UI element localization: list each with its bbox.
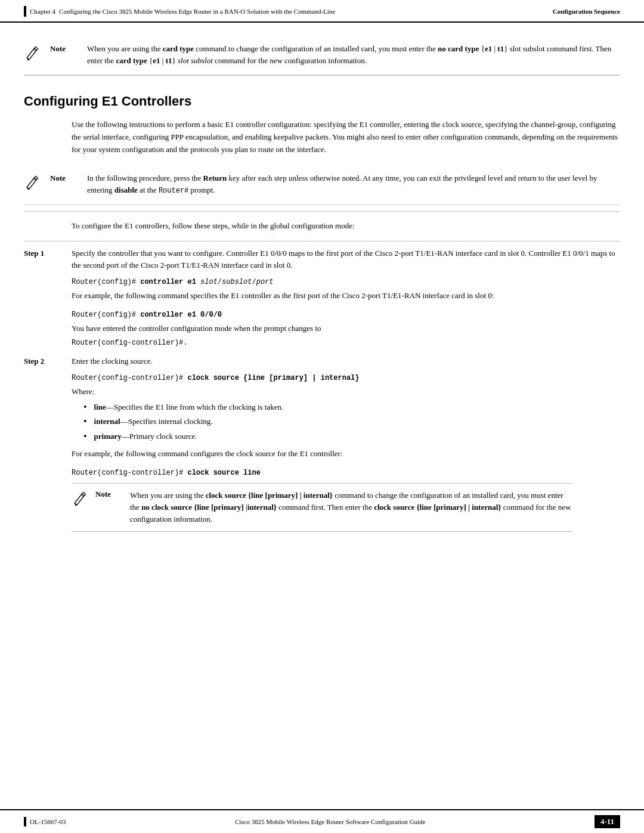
- step2-content: Enter the clocking source.: [72, 355, 620, 368]
- step1-code2: Router(config)# controller e1 0/0/0: [72, 311, 620, 319]
- page-number: 4-11: [595, 815, 620, 828]
- step1-mid-text: For example, the following command speci…: [72, 290, 620, 302]
- bullet-content-primary: primary—Primary clock source.: [94, 431, 197, 443]
- bullet-content-internal: internal—Specifies internal clocking.: [94, 416, 213, 428]
- bullet-internal: internal—Specifies internal clocking.: [83, 416, 620, 428]
- chapter-label: Chapter 4: [30, 8, 55, 15]
- step1-code1: Router(config)# controller e1 slot/subsl…: [72, 278, 620, 286]
- note-pencil-icon-2: [24, 172, 43, 196]
- page-header: Chapter 4 Configuring the Cisco 3825 Mob…: [0, 0, 644, 23]
- step1-content: Specify the controller that you want to …: [72, 247, 620, 272]
- page-footer: OL-15667-03 Cisco 3825 Mobile Wireless E…: [0, 809, 644, 833]
- intro-paragraph: Use the following instructions to perfor…: [72, 119, 620, 156]
- bullet-line: line—Specifies the E1 line from which th…: [83, 401, 620, 414]
- footer-code: OL-15667-03: [30, 818, 66, 825]
- step1-code3: Router(config-controller)#.: [72, 339, 620, 347]
- top-divider: [24, 75, 620, 76]
- header-description: Configuring the Cisco 3825 Mobile Wirele…: [59, 8, 335, 15]
- header-right: Configuration Sequence: [553, 8, 620, 15]
- note-label-3: Note: [95, 490, 124, 525]
- footer-center: Cisco 3825 Mobile Wireless Edge Router S…: [235, 818, 426, 825]
- svg-line-2: [81, 495, 83, 497]
- pencil-svg-top: [24, 44, 41, 61]
- note-content-top: When you are using the card type command…: [87, 43, 620, 66]
- step2-code1: Router(config-controller)# clock source …: [72, 374, 620, 382]
- header-left-bar: [24, 6, 26, 17]
- footer-bar: [24, 817, 26, 826]
- step1-row: Step 1 Specify the controller that you w…: [24, 247, 620, 272]
- note3-section: Note When you are using the clock source…: [72, 483, 572, 532]
- step2-label: Step 2: [24, 355, 72, 368]
- main-content: Note When you are using the card type co…: [0, 23, 644, 574]
- bullet-list: line—Specifies the E1 line from which th…: [83, 401, 620, 443]
- config-intro-text: To configure the E1 controllers, follow …: [72, 220, 620, 233]
- step1-text: Specify the controller that you want to …: [72, 249, 615, 270]
- note2-section: Note In the following procedure, press t…: [24, 164, 620, 205]
- note-label-top: Note: [50, 43, 80, 66]
- top-note: Note When you are using the card type co…: [24, 35, 620, 75]
- step2-row: Step 2 Enter the clocking source.: [24, 355, 620, 368]
- bullet-primary: primary—Primary clock source.: [83, 431, 620, 443]
- svg-line-0: [33, 49, 36, 52]
- section-heading: Configuring E1 Controllers: [24, 94, 620, 109]
- footer-left: OL-15667-03: [24, 817, 66, 826]
- note-pencil-icon-top: [24, 43, 43, 66]
- step2-code2: Router(config-controller)# clock source …: [72, 469, 620, 477]
- step1-prompt-text: You have entered the controller configur…: [72, 323, 620, 335]
- note-label-2: Note: [50, 172, 80, 196]
- note-content-2: In the following procedure, press the Re…: [87, 172, 620, 196]
- header-left: Chapter 4 Configuring the Cisco 3825 Mob…: [24, 6, 335, 17]
- note-content-3: When you are using the clock source {lin…: [130, 490, 572, 525]
- step2-example-text: For example, the following command confi…: [72, 448, 620, 460]
- note2-divider: [24, 211, 620, 212]
- svg-line-1: [33, 179, 36, 181]
- steps-top-divider: [24, 241, 620, 241]
- bullet-content-line: line—Specifies the E1 line from which th…: [94, 401, 284, 414]
- pencil-svg-3: [72, 490, 88, 506]
- note-pencil-icon-3: [72, 490, 89, 525]
- pencil-svg-2: [24, 174, 41, 190]
- where-label: Where:: [72, 387, 620, 397]
- step1-label: Step 1: [24, 247, 72, 272]
